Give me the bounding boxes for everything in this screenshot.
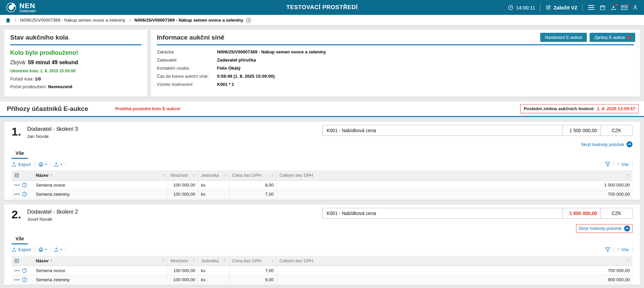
- tab-all[interactable]: Vše: [11, 149, 28, 159]
- info-icon[interactable]: [22, 277, 27, 282]
- column-filter-icon[interactable]: ▽: [163, 174, 165, 177]
- column-filter-icon[interactable]: ▽: [193, 259, 195, 262]
- bids-section-header: Příhozy účastníků E-aukce Probíhá posled…: [0, 101, 644, 117]
- info-row: Zadavatel: Zadavatel příručka: [157, 57, 634, 63]
- cell-total: 700 000,00: [277, 190, 633, 199]
- menu-button[interactable]: [588, 5, 595, 10]
- print-button[interactable]: ▾: [38, 247, 47, 252]
- share-button[interactable]: ▾: [54, 247, 62, 252]
- round-order: Pořadí kola: 1/0: [10, 76, 141, 81]
- print-button[interactable]: ▾: [38, 162, 47, 167]
- info-icon[interactable]: [22, 192, 27, 197]
- top-panels: Stav aukčního kola Kolo bylo prodlouženo…: [4, 30, 640, 97]
- breadcrumb-link-1[interactable]: N006/25/V00007369 - Nákup semen ovoce a …: [20, 18, 125, 23]
- column-filter-icon[interactable]: ▽: [224, 174, 226, 177]
- row-menu-icon[interactable]: [14, 193, 20, 195]
- create-vz-button[interactable]: Založit VZ: [546, 5, 577, 10]
- calendar-button[interactable]: [600, 5, 605, 10]
- bid-currency: CZK: [601, 208, 633, 219]
- home-icon[interactable]: [5, 18, 11, 23]
- col-header-quantity[interactable]: Množství: [171, 258, 188, 263]
- eauction-settings-button[interactable]: Nastavení E-aukce: [540, 33, 587, 42]
- column-filter-icon[interactable]: ▽: [163, 259, 165, 262]
- hide-item-values-link[interactable]: Skrýt hodnoty položek: [578, 226, 622, 231]
- column-filter-icon[interactable]: ▽: [271, 174, 274, 177]
- table-settings-icon[interactable]: [14, 173, 30, 178]
- row-menu-icon[interactable]: [14, 279, 20, 281]
- participant-contact: Josef Novák: [27, 217, 78, 222]
- table-settings-icon[interactable]: [14, 258, 30, 263]
- info-label: Čas do konce aukční síně:: [157, 74, 217, 79]
- column-filter-icon[interactable]: ▽: [627, 174, 630, 177]
- export-button[interactable]: Export: [11, 162, 31, 167]
- auction-state-title: Stav aukčního kola: [10, 34, 141, 45]
- profile-button[interactable]: [633, 5, 638, 10]
- filter-button[interactable]: [605, 162, 610, 167]
- share-button[interactable]: ▾: [54, 162, 62, 167]
- column-filter-icon[interactable]: ▽: [224, 259, 226, 262]
- toolbar-separator: [632, 247, 633, 253]
- breadcrumb-link-current[interactable]: N006/25/V00007369 - Nákup semen ovoce a …: [135, 18, 243, 23]
- col-header-name[interactable]: Název: [36, 173, 49, 178]
- cell-quantity: 100 000,00: [168, 275, 198, 284]
- col-header-total[interactable]: Celkem bez DPH: [280, 258, 313, 263]
- col-header-name[interactable]: Název: [36, 258, 49, 263]
- cell-quantity: 100 000,00: [168, 181, 198, 190]
- view-all-dropdown[interactable]: ▽ Vše: [617, 247, 629, 252]
- export-button[interactable]: Export: [11, 247, 31, 252]
- column-filter-icon[interactable]: ▽: [271, 259, 274, 262]
- items-table: Název↑▽ Množství▽ Jednotka▽ Cena bez DPH…: [11, 170, 633, 199]
- participant-rank: 1.: [11, 125, 21, 138]
- caret-down-icon: ▾: [45, 248, 47, 251]
- bid-currency: CZK: [601, 125, 633, 136]
- extension-count-value: Neomezeně: [48, 84, 72, 89]
- col-header-unit[interactable]: Jednotka: [201, 173, 219, 178]
- print-icon: [38, 247, 44, 252]
- col-header-total[interactable]: Celkem bez DPH: [280, 173, 313, 178]
- downloads-button[interactable]: [611, 5, 616, 10]
- view-all-dropdown[interactable]: ▽ Vše: [617, 162, 629, 167]
- row-menu-icon[interactable]: [14, 270, 20, 271]
- export-icon: [11, 247, 17, 252]
- toolbar-separator: [50, 162, 50, 167]
- toolbar-separator: [614, 247, 614, 253]
- participant-rank: 2.: [11, 208, 21, 221]
- info-icon[interactable]: [22, 183, 27, 188]
- info-icon[interactable]: [22, 268, 27, 273]
- nen-logo[interactable]: NEN Zadavatel: [6, 2, 35, 13]
- bid-group: K001 - Nabídková cena 1 500 000,00 CZK: [322, 125, 633, 136]
- info-value: N006/25/V00007369 - Nákup semen ovoce a …: [217, 49, 326, 54]
- messages-button[interactable]: [621, 5, 627, 10]
- info-label: Vzorec hodnocení:: [157, 82, 217, 87]
- col-header-unit[interactable]: Jednotka: [201, 258, 219, 263]
- table-row: Semena ovoce 100 000,00 ks 7,00 700 000,…: [11, 266, 633, 275]
- col-header-price[interactable]: Cena bez DPH: [232, 173, 262, 178]
- filter-button[interactable]: [605, 247, 610, 252]
- tab-all[interactable]: Vše: [11, 234, 28, 244]
- cell-price: 8,00: [229, 181, 277, 190]
- col-header-price[interactable]: Cena bez DPH: [232, 258, 262, 263]
- bid-group: K001 - Nabídková cena 1 600 000,00 CZK: [322, 208, 633, 219]
- toolbar-separator: [34, 162, 35, 167]
- column-filter-icon[interactable]: ▽: [627, 259, 630, 262]
- caret-down-icon: ▾: [61, 163, 62, 166]
- cell-total: 1 000 000,00: [277, 181, 633, 190]
- brand-name: NEN: [19, 2, 35, 9]
- funnel-icon: [605, 162, 610, 167]
- remaining-value: 59 minut 49 sekund: [28, 59, 78, 65]
- eauction-messages-button[interactable]: Zprávy E-aukce: [590, 33, 635, 42]
- col-header-quantity[interactable]: Množství: [171, 173, 188, 178]
- notification-badge: [626, 4, 629, 6]
- round-end: Ukončení kola: 1. 8. 2025 15:00:00: [10, 69, 141, 73]
- cell-price: 7,00: [229, 190, 277, 199]
- hide-item-values-link[interactable]: Skrýt hodnoty položek: [581, 142, 624, 147]
- chevron-up-circle-icon[interactable]: [626, 141, 633, 147]
- info-label: Zadavatel:: [157, 57, 217, 63]
- chevron-up-circle-icon[interactable]: [624, 225, 630, 232]
- column-filter-icon[interactable]: ▽: [193, 174, 195, 177]
- row-menu-icon[interactable]: [14, 184, 20, 186]
- round-order-value: 1/0: [35, 76, 41, 81]
- breadcrumb: N006/25/V00007369 - Nákup semen ovoce a …: [0, 15, 644, 26]
- last-round-warning: Probíhá poslední kolo E-aukce!: [115, 106, 181, 111]
- close-tab-icon[interactable]: [246, 18, 251, 23]
